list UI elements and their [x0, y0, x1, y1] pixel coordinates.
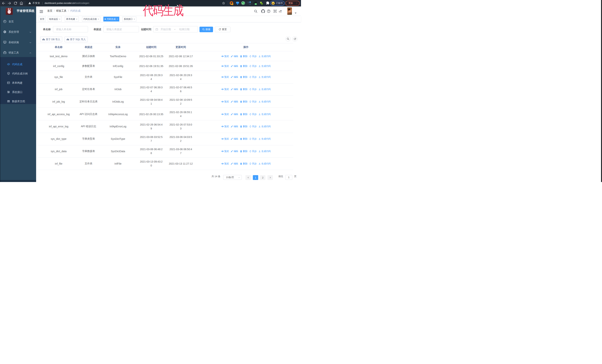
svg-text:T: T [280, 10, 282, 13]
svg-text:1: 1 [232, 3, 233, 5]
svg-text:on: on [255, 3, 257, 5]
